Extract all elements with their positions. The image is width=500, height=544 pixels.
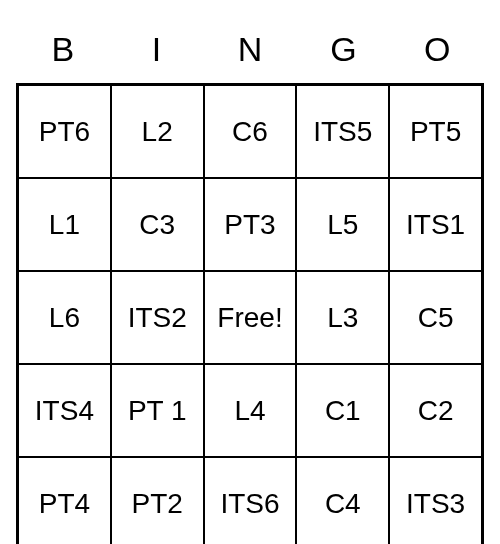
bingo-cell[interactable]: ITS4 <box>18 364 111 457</box>
header-n: N <box>203 20 297 83</box>
bingo-row: L1 C3 PT3 L5 ITS1 <box>18 178 482 271</box>
bingo-cell[interactable]: PT4 <box>18 457 111 544</box>
bingo-cell[interactable]: C6 <box>204 85 297 178</box>
header-i: I <box>110 20 204 83</box>
bingo-cell[interactable]: PT 1 <box>111 364 204 457</box>
bingo-grid: PT6 L2 C6 ITS5 PT5 L1 C3 PT3 L5 ITS1 L6 … <box>16 83 484 544</box>
bingo-cell[interactable]: PT5 <box>389 85 482 178</box>
bingo-cell[interactable]: L6 <box>18 271 111 364</box>
bingo-cell[interactable]: PT6 <box>18 85 111 178</box>
bingo-cell[interactable]: L3 <box>296 271 389 364</box>
bingo-cell[interactable]: C4 <box>296 457 389 544</box>
bingo-cell[interactable]: ITS2 <box>111 271 204 364</box>
bingo-cell[interactable]: ITS1 <box>389 178 482 271</box>
bingo-card: B I N G O PT6 L2 C6 ITS5 PT5 L1 C3 PT3 L… <box>16 20 484 544</box>
bingo-cell[interactable]: PT3 <box>204 178 297 271</box>
bingo-cell[interactable]: L4 <box>204 364 297 457</box>
bingo-cell[interactable]: ITS5 <box>296 85 389 178</box>
bingo-row: PT4 PT2 ITS6 C4 ITS3 <box>18 457 482 544</box>
bingo-cell[interactable]: C2 <box>389 364 482 457</box>
bingo-row: ITS4 PT 1 L4 C1 C2 <box>18 364 482 457</box>
bingo-row: PT6 L2 C6 ITS5 PT5 <box>18 85 482 178</box>
bingo-header-row: B I N G O <box>16 20 484 83</box>
bingo-cell[interactable]: C1 <box>296 364 389 457</box>
bingo-cell[interactable]: C3 <box>111 178 204 271</box>
bingo-cell-free[interactable]: Free! <box>204 271 297 364</box>
bingo-cell[interactable]: PT2 <box>111 457 204 544</box>
bingo-cell[interactable]: L1 <box>18 178 111 271</box>
bingo-cell[interactable]: L2 <box>111 85 204 178</box>
bingo-cell[interactable]: C5 <box>389 271 482 364</box>
header-g: G <box>297 20 391 83</box>
header-b: B <box>16 20 110 83</box>
header-o: O <box>390 20 484 83</box>
bingo-cell[interactable]: ITS6 <box>204 457 297 544</box>
bingo-cell[interactable]: L5 <box>296 178 389 271</box>
bingo-cell[interactable]: ITS3 <box>389 457 482 544</box>
bingo-row: L6 ITS2 Free! L3 C5 <box>18 271 482 364</box>
